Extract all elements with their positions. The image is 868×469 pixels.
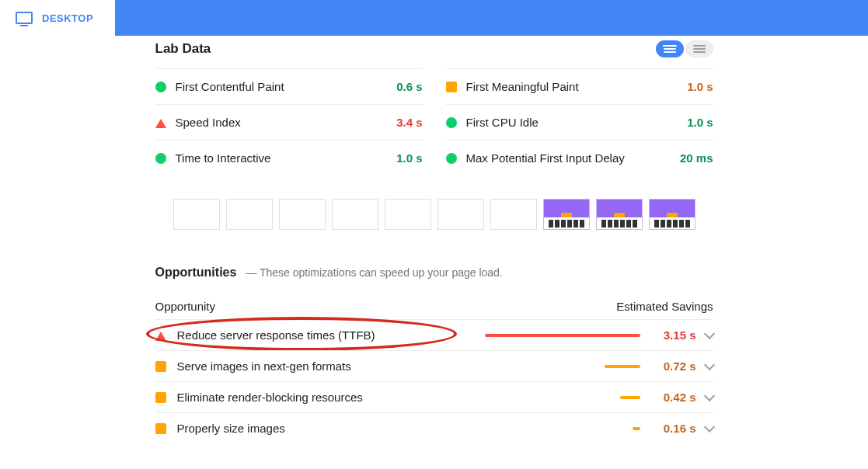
circle-pass-icon [446,153,457,164]
topbar: DESKTOP [0,0,868,36]
opportunities-table: Opportunity Estimated Savings Reduce ser… [155,300,713,443]
metric-name: First Contentful Paint [176,80,397,93]
opportunity-value: 0.72 s [650,360,696,373]
filmstrip-frame [490,199,537,230]
metric-row: First CPU Idle1.0 s [446,104,713,140]
circle-pass-icon [155,153,166,164]
view-toggle [656,40,713,57]
filmstrip [155,199,713,230]
metric-row: Speed Index3.4 s [155,104,423,140]
tab-desktop-label: DESKTOP [42,12,93,24]
savings-bar-area [485,427,640,430]
savings-bar [605,365,640,368]
triangle-fail-icon [155,117,166,128]
metric-row: Time to Interactive1.0 s [155,140,423,175]
filmstrip-frame [437,199,484,230]
square-average-icon [155,361,166,372]
filmstrip-frame [649,199,695,230]
labdata-title: Lab Data [155,41,211,57]
main-content: Lab Data First Contentful Paint0.6 sFirs… [155,36,713,443]
metric-name: First CPU Idle [466,116,688,129]
filmstrip-frame [332,199,378,230]
metric-name: Max Potential First Input Delay [466,151,680,165]
metric-value: 1.0 s [687,80,713,93]
square-average-icon [446,82,457,92]
labdata-metrics: First Contentful Paint0.6 sFirst Meaning… [155,68,713,175]
opportunity-name: Reduce server response times (TTFB) [177,328,485,342]
savings-bar [633,427,640,430]
opportunity-name: Eliminate render-blocking resources [177,391,485,404]
filmstrip-frame [173,199,220,230]
opportunity-row[interactable]: Serve images in next-gen formats0.72 s [155,350,713,381]
opportunity-value: 0.42 s [650,391,696,404]
metric-value: 1.0 s [396,151,422,165]
filmstrip-frame [596,199,643,230]
filmstrip-frame [226,199,273,230]
metric-row: Max Potential First Input Delay20 ms [446,140,713,175]
metric-value: 3.4 s [396,116,422,129]
chevron-down-icon [703,390,714,401]
savings-bar-area [485,334,640,337]
square-average-icon [155,423,166,434]
savings-bar [620,396,640,399]
filmstrip-frame [279,199,326,230]
savings-bar-area [485,365,640,368]
tab-desktop[interactable]: DESKTOP [0,0,115,36]
circle-pass-icon [155,82,166,92]
chevron-down-icon [703,328,714,339]
metric-row: First Contentful Paint0.6 s [155,68,423,104]
savings-bar [485,334,640,337]
opportunity-name: Serve images in next-gen formats [177,360,485,373]
chevron-down-icon [703,359,714,370]
savings-bar-area [485,396,640,399]
opportunities-columns: Opportunity Estimated Savings [155,300,713,319]
opportunity-row[interactable]: Properly size images0.16 s [155,412,713,443]
triangle-fail-icon [155,330,166,341]
metric-name: First Meaningful Paint [466,80,688,93]
metric-row: First Meaningful Paint1.0 s [446,68,713,104]
view-expanded-button[interactable] [656,40,684,57]
filmstrip-frame [385,199,431,230]
view-compact-button[interactable] [685,40,713,57]
opportunities-subtitle: — These optimizations can speed up your … [246,266,503,279]
desktop-icon [16,12,33,24]
opportunity-name: Properly size images [177,422,485,435]
opportunity-value: 0.16 s [650,422,696,435]
opportunity-row[interactable]: Reduce server response times (TTFB)3.15 … [155,319,713,350]
opportunities-title: Opportunities [155,266,237,279]
metric-value: 1.0 s [687,116,713,129]
labdata-header: Lab Data [155,36,713,68]
square-average-icon [155,392,166,403]
chevron-down-icon [703,421,714,432]
metric-name: Speed Index [176,116,397,129]
metric-name: Time to Interactive [176,151,397,165]
circle-pass-icon [446,117,457,128]
col-savings: Estimated Savings [616,300,713,313]
opportunities-header: Opportunities — These optimizations can … [155,266,713,280]
metric-value: 0.6 s [396,80,422,93]
filmstrip-frame [543,199,590,230]
opportunity-row[interactable]: Eliminate render-blocking resources0.42 … [155,381,713,412]
col-opportunity: Opportunity [155,300,216,313]
opportunity-value: 3.15 s [650,328,696,342]
metric-value: 20 ms [680,151,713,165]
